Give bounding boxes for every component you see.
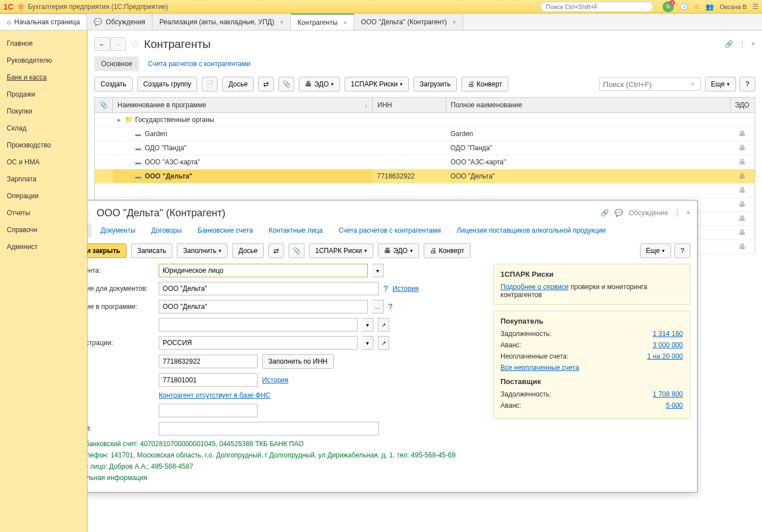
col-attach[interactable]: 📎 — [95, 98, 113, 113]
sidebar-item-warehouse[interactable]: Склад — [0, 120, 87, 137]
more-icon[interactable]: ⋮ — [674, 209, 681, 217]
edo-button[interactable]: 🖶 ЭДО ▾ — [378, 243, 419, 258]
notifications-badge[interactable]: ↻ — [663, 1, 674, 12]
close-icon[interactable]: × — [751, 40, 755, 48]
edo-status-icon[interactable]: 🖶 — [739, 144, 746, 152]
spark-button[interactable]: 1СПАРК Риски ▾ — [345, 77, 409, 91]
debt-value[interactable]: 1 314 160 — [653, 330, 683, 338]
sidebar-item-main[interactable]: Главное — [0, 35, 87, 52]
help-icon[interactable]: ? — [384, 284, 388, 293]
envelope-button[interactable]: 🖨 Конверт — [461, 77, 508, 91]
msubnav-contacts[interactable]: Контактные лица — [262, 223, 330, 238]
contact-row[interactable]: ›Контактное лицо: Добров А.А.; 495-568-4… — [88, 463, 482, 470]
col-full[interactable]: Полное наименование — [446, 98, 730, 113]
msubnav-contracts[interactable]: Договоры — [145, 223, 189, 238]
tab-discussions[interactable]: 💬 Обсуждения — [87, 14, 153, 30]
swap-button[interactable]: ⇄ — [258, 77, 274, 91]
open-button[interactable]: ↗ — [378, 318, 389, 332]
tab-contragents[interactable]: Контрагенты × — [291, 14, 354, 30]
dossier-button[interactable]: Досье — [222, 77, 254, 91]
s-debt-value[interactable]: 1 708 800 — [653, 390, 683, 398]
more-button[interactable]: Еще ▾ — [640, 243, 671, 258]
save-button[interactable]: Записать — [131, 243, 172, 258]
sidebar-item-salary[interactable]: Зарплата — [0, 171, 87, 187]
bank-account-row[interactable]: ›Основной банковский счет: 4070281070000… — [88, 440, 482, 448]
clear-search-icon[interactable]: × — [691, 80, 695, 88]
edo-status-icon[interactable]: 🖶 — [739, 215, 746, 223]
history-link[interactable]: История — [262, 376, 289, 384]
discuss-icon[interactable]: 💬 — [615, 209, 623, 217]
progname-input[interactable] — [159, 300, 368, 313]
edo-status-icon[interactable]: 🖶 — [739, 130, 746, 138]
envelope-button[interactable]: 🖨 Конверт — [424, 243, 471, 258]
table-row[interactable]: ▬ Garden Garden 🖶 — [95, 127, 755, 141]
address-row[interactable]: ›Адрес и телефон: 141701, Московская обл… — [88, 451, 482, 459]
inn-input[interactable] — [159, 355, 258, 368]
sidebar-item-manager[interactable]: Руководителю — [0, 52, 87, 69]
sidebar-item-os-nma[interactable]: ОС и НМА — [0, 154, 87, 171]
history-icon[interactable]: 🕓 — [680, 3, 688, 11]
sidebar-item-bank[interactable]: Банк и касса — [0, 69, 87, 86]
tab-realization[interactable]: Реализация (акты, накладные, УПД) × — [153, 14, 291, 30]
msubnav-main[interactable]: Основное — [88, 223, 92, 238]
msubnav-licenses[interactable]: Лицензии поставщиков алкогольной продукц… — [450, 223, 613, 238]
save-close-button[interactable]: Записать и закрыть — [88, 243, 127, 258]
comment-input[interactable] — [159, 422, 379, 435]
expand-icon[interactable]: ▸ — [117, 116, 121, 124]
table-row[interactable]: ▬ ОДО "Панда" ОДО "Панда" 🖶 — [95, 141, 755, 155]
s-advance-value[interactable]: 5 000 — [666, 402, 683, 409]
refresh-button[interactable]: 📄 — [202, 77, 217, 91]
table-row[interactable]: 🖶 — [95, 184, 755, 198]
spark-link[interactable]: Подробнее о сервисе — [500, 283, 569, 291]
edo-status-icon[interactable]: 🖶 — [739, 158, 746, 166]
edo-status-icon[interactable]: 🖶 — [739, 243, 746, 251]
nav-forward-button[interactable]: → — [110, 37, 126, 51]
advance-value[interactable]: 3 000 000 — [653, 341, 683, 349]
dossier-button[interactable]: Досье — [232, 243, 264, 258]
subnav-accounts[interactable]: Счета расчетов с контрагентами — [141, 56, 257, 71]
sidebar-item-operations[interactable]: Операции — [0, 187, 87, 204]
more-button[interactable]: Еще ▾ — [705, 77, 736, 91]
dropdown-button[interactable]: ▾ — [362, 318, 373, 332]
table-row[interactable]: ▬ ООО "АЗС-карта" ООО "АЗС-карта" 🖶 — [95, 155, 755, 169]
all-unpaid-link[interactable]: Все неоплаченные счета — [500, 364, 579, 372]
fill-button[interactable]: Заполнить ▾ — [177, 243, 228, 258]
extra-info-row[interactable]: ›Дополнительная информация — [88, 474, 482, 482]
menu-icon[interactable]: ☰ — [752, 3, 759, 11]
fns-link[interactable]: Контрагент отсутствует в базе ФНС — [159, 391, 271, 399]
edo-status-icon[interactable]: 🖶 — [739, 186, 746, 194]
star-icon[interactable]: ☆ — [694, 3, 700, 11]
dropdown-button[interactable]: ▾ — [372, 264, 384, 277]
sidebar-item-directories[interactable]: Справочн — [0, 221, 87, 238]
sidebar-item-admin[interactable]: Админист — [0, 238, 87, 255]
create-group-button[interactable]: Создать группу — [137, 77, 198, 91]
edo-button[interactable]: 🖶 ЭДО ▾ — [299, 77, 340, 91]
help-button[interactable]: ? — [674, 243, 690, 258]
load-button[interactable]: Загрузить — [413, 77, 457, 91]
subnav-main[interactable]: Основное — [94, 56, 139, 71]
spark-button[interactable]: 1СПАРК Риски ▾ — [309, 243, 373, 258]
msubnav-bank[interactable]: Банковские счета — [191, 223, 260, 238]
fill-by-inn-button[interactable]: Заполнить по ИНН — [262, 354, 334, 369]
global-search-input[interactable] — [541, 2, 654, 12]
sidebar-item-production[interactable]: Производство — [0, 137, 87, 154]
col-inn[interactable]: ИНН — [373, 98, 446, 113]
sidebar-item-sales[interactable]: Продажи — [0, 86, 87, 103]
msubnav-accounts[interactable]: Счета расчетов с контрагентами — [332, 223, 447, 238]
favorite-star-icon[interactable]: ☆ — [130, 38, 140, 50]
discuss-label[interactable]: Обсуждение — [629, 209, 668, 217]
tab-delta[interactable]: ООО "Дельта" (Контрагент) × — [354, 14, 463, 30]
nav-back-button[interactable]: ← — [94, 37, 110, 51]
users-icon[interactable]: 👥 — [706, 3, 714, 11]
link-icon[interactable]: 🔗 — [725, 40, 733, 48]
tab-home[interactable]: ⌂ Начальная страница — [0, 14, 87, 30]
col-name[interactable]: Наименование в программе ↓ — [113, 98, 373, 113]
type-input[interactable] — [159, 264, 368, 277]
close-icon[interactable]: × — [452, 19, 456, 25]
edo-status-icon[interactable]: 🖶 — [739, 229, 746, 237]
sidebar-item-purchases[interactable]: Покупки — [0, 103, 87, 120]
edo-status-icon[interactable]: 🖶 — [739, 200, 746, 208]
kpp-input[interactable] — [159, 373, 258, 387]
user-label[interactable]: Оксана В — [720, 3, 747, 10]
table-folder-row[interactable]: ▸ 📁 Государственные органы — [95, 113, 755, 127]
